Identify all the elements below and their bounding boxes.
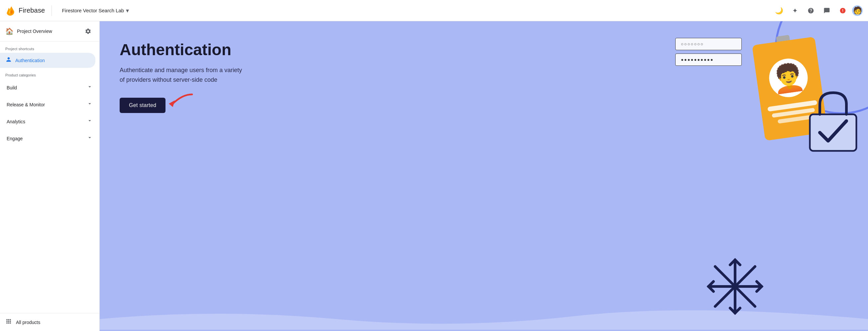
chevron-down-icon [87, 84, 93, 91]
build-label: Build [7, 85, 17, 90]
input-box-username: ○○○○○○○ [675, 38, 742, 50]
sidebar-item-release-monitor[interactable]: Release & Monitor [1, 97, 98, 112]
firebase-flame-icon [5, 6, 15, 16]
spark-button[interactable]: ✦ [788, 4, 802, 17]
help-button[interactable] [804, 4, 817, 17]
project-overview-text: Project Overview [17, 29, 52, 34]
sidebar-item-engage[interactable]: Engage [1, 130, 98, 146]
project-shortcuts-label: Project shortcuts [0, 41, 99, 53]
main-content: ○○○○○○○ ●●●●●●●●●● 🧑‍🦱 [100, 21, 868, 331]
chevron-down-icon-3 [87, 118, 93, 125]
analytics-label: Analytics [7, 119, 25, 124]
arrow-annotation [162, 91, 195, 112]
app-header: Firebase Firestore Vector Search Lab ▾ 🌙… [0, 0, 868, 21]
product-categories-label: Product categories [0, 68, 99, 79]
page-description: Authenticate and manage users from a var… [120, 65, 246, 85]
sidebar-item-analytics[interactable]: Analytics [1, 114, 98, 129]
release-monitor-label: Release & Monitor [7, 102, 45, 107]
dark-mode-button[interactable]: 🌙 [772, 4, 785, 17]
get-started-button[interactable]: Get started [120, 98, 165, 113]
asterisk-shape-illustration [705, 257, 765, 318]
svg-text:🧑‍🦱: 🧑‍🦱 [770, 60, 807, 96]
authentication-label: Authentication [15, 58, 45, 63]
home-icon: 🏠 [5, 27, 13, 35]
input-boxes-illustration: ○○○○○○○ ●●●●●●●●●● [675, 38, 742, 69]
header-right: 🌙 ✦ 🧑 [772, 4, 863, 17]
firebase-logo[interactable]: Firebase [5, 6, 45, 16]
alerts-button[interactable] [836, 4, 849, 17]
project-name: Firestore Vector Search Lab [62, 8, 124, 13]
cta-with-arrow: Get started [120, 98, 165, 113]
project-selector[interactable]: Firestore Vector Search Lab ▾ [59, 5, 132, 16]
page-title: Authentication [120, 41, 246, 59]
main-layout: 🏠 Project Overview Project shortcuts Aut… [0, 21, 868, 331]
all-products-label: All products [16, 320, 40, 325]
chevron-down-icon: ▾ [126, 7, 129, 14]
settings-button[interactable] [82, 25, 94, 37]
header-left: Firebase Firestore Vector Search Lab ▾ [5, 5, 132, 16]
lock-illustration [805, 88, 861, 155]
sidebar-item-authentication[interactable]: Authentication [0, 53, 95, 68]
project-overview-link[interactable]: 🏠 Project Overview [5, 27, 78, 35]
input-box-password: ●●●●●●●●●● [675, 54, 742, 66]
sidebar: 🏠 Project Overview Project shortcuts Aut… [0, 21, 100, 331]
chevron-down-icon-2 [87, 101, 93, 108]
firebase-brand-name: Firebase [19, 7, 45, 14]
notifications-button[interactable] [820, 4, 833, 17]
grid-icon [5, 318, 12, 326]
user-avatar[interactable]: 🧑 [852, 5, 863, 16]
content-area: Authentication Authenticate and manage u… [100, 21, 266, 133]
engage-label: Engage [7, 136, 23, 141]
chevron-down-icon-4 [87, 134, 93, 142]
person-icon [5, 56, 12, 64]
all-products-item[interactable]: All products [0, 313, 99, 331]
project-overview-section: 🏠 Project Overview [0, 21, 99, 41]
header-divider [52, 5, 52, 16]
svg-rect-12 [810, 114, 856, 151]
sidebar-item-build[interactable]: Build [1, 80, 98, 95]
